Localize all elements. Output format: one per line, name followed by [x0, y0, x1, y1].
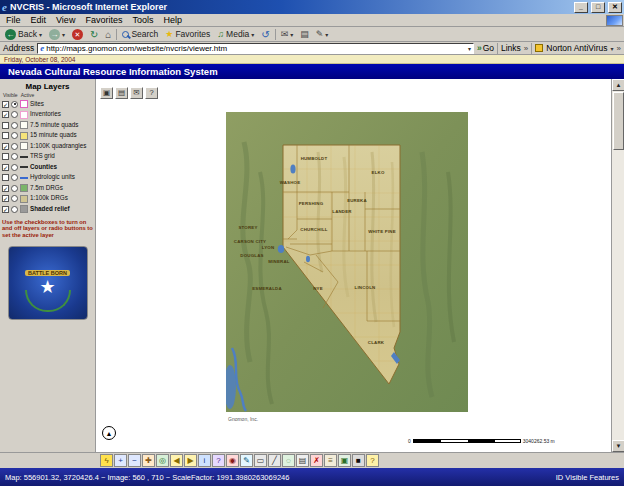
links-chevron-icon[interactable]: » [524, 44, 528, 53]
help-tool[interactable]: ? [366, 454, 379, 467]
identify-tool[interactable]: i [198, 454, 211, 467]
layer-label: Hydrologic units [30, 174, 75, 181]
zoom-previous-tool[interactable]: ◀ [170, 454, 183, 467]
active-tool-flash[interactable]: ϟ [100, 454, 113, 467]
layer-visible-checkbox[interactable]: ✓ [2, 206, 9, 213]
layer-active-radio[interactable] [11, 164, 18, 171]
refresh-button[interactable]: ↻ [88, 28, 100, 41]
address-dropdown-icon[interactable]: ▾ [468, 45, 471, 52]
print-icon[interactable]: ▤ [115, 87, 128, 99]
edit-button[interactable]: ✎▾ [314, 28, 331, 41]
pan-tool[interactable]: ✚ [142, 454, 155, 467]
menu-item-tools[interactable]: Tools [127, 15, 158, 25]
layer-visible-checkbox[interactable] [2, 132, 9, 139]
layer-active-radio[interactable] [11, 206, 18, 213]
layer-visible-checkbox[interactable]: ✓ [2, 185, 9, 192]
address-bar: Address e http://maps.gnomon.com/website… [0, 42, 624, 55]
select-rect-tool[interactable]: ▭ [254, 454, 267, 467]
measure-tool[interactable]: ✎ [240, 454, 253, 467]
layer-visible-checkbox[interactable] [2, 122, 9, 129]
zoom-in-tool[interactable]: + [114, 454, 127, 467]
layer-active-radio[interactable] [11, 185, 18, 192]
query-tool[interactable]: ? [212, 454, 225, 467]
layer-active-radio[interactable] [11, 143, 18, 150]
layer-visible-checkbox[interactable]: ✓ [2, 164, 9, 171]
full-extent-tool[interactable]: ◎ [156, 454, 169, 467]
forward-button[interactable]: → ▾ [47, 28, 67, 41]
layer-active-radio[interactable] [11, 111, 18, 118]
layer-visible-checkbox[interactable]: ✓ [2, 195, 9, 202]
norton-dropdown-icon[interactable]: ▾ [611, 45, 614, 52]
minimize-button[interactable]: _ [574, 2, 588, 13]
edit-dropdown-icon[interactable]: ▾ [325, 31, 328, 38]
county-label: PERSHING [299, 201, 324, 206]
stop-tool[interactable]: ■ [352, 454, 365, 467]
norton-label[interactable]: Norton AntiVirus [546, 43, 607, 53]
print-map-tool[interactable]: ▤ [296, 454, 309, 467]
layer-swatch-icon [20, 153, 28, 161]
save-icon[interactable]: ▣ [100, 87, 113, 99]
map-layers-sidebar: Map Layers Visible Active ✓Sites✓Invento… [0, 79, 96, 452]
media-dropdown-icon[interactable]: ▾ [251, 31, 254, 38]
back-button[interactable]: ← Back ▾ [3, 28, 44, 41]
layer-active-radio[interactable] [11, 153, 18, 160]
layer-active-radio[interactable] [11, 195, 18, 202]
layer-active-radio[interactable] [11, 122, 18, 129]
menu-item-edit[interactable]: Edit [26, 15, 52, 25]
nevada-map-image[interactable]: HUMBOLDTELKOWASHOEPERSHINGEUREKALANDERCH… [226, 112, 468, 412]
menu-item-favorites[interactable]: Favorites [80, 15, 127, 25]
zoom-next-tool[interactable]: ▶ [184, 454, 197, 467]
buffer-tool[interactable]: ◌ [282, 454, 295, 467]
scroll-down-icon[interactable]: ▼ [612, 440, 624, 452]
layer-active-radio[interactable] [11, 174, 18, 181]
home-button[interactable]: ⌂ [103, 28, 113, 41]
favorites-label: Favorites [175, 29, 210, 39]
layer-label: 7.5m DRGs [30, 185, 63, 192]
map-pane[interactable]: ▣▤✉? [96, 79, 611, 452]
scroll-up-icon[interactable]: ▲ [612, 79, 624, 91]
layer-visible-checkbox[interactable]: ✓ [2, 143, 9, 150]
layer-visible-checkbox[interactable] [2, 153, 9, 160]
address-input[interactable]: e http://maps.gnomon.com/website/nvcris/… [37, 43, 474, 54]
clear-selection-tool[interactable]: ✗ [310, 454, 323, 467]
zoom-out-tool[interactable]: − [128, 454, 141, 467]
go-button[interactable]: » Go [477, 43, 494, 53]
layer-visible-checkbox[interactable]: ✓ [2, 101, 9, 108]
legend-tool[interactable]: ≡ [324, 454, 337, 467]
layer-visible-checkbox[interactable]: ✓ [2, 111, 9, 118]
county-label: ELKO [372, 170, 385, 175]
media-button[interactable]: ♫ Media ▾ [215, 28, 256, 41]
windows-logo-icon [606, 15, 623, 26]
back-dropdown-icon[interactable]: ▾ [39, 31, 42, 38]
walker-lake [306, 256, 310, 262]
vertical-scrollbar[interactable]: ▲ ▼ [611, 79, 624, 452]
county-label: WHITE PINE [368, 229, 396, 234]
find-tool[interactable]: ◉ [226, 454, 239, 467]
forward-dropdown-icon[interactable]: ▾ [62, 31, 65, 38]
print-button[interactable]: ▤ [298, 28, 311, 41]
select-line-tool[interactable]: ╱ [268, 454, 281, 467]
mail-button[interactable]: ✉▾ [279, 28, 296, 41]
menu-item-file[interactable]: File [1, 15, 26, 25]
search-button[interactable]: Search [120, 28, 160, 41]
scrollbar-track[interactable] [612, 91, 624, 440]
mail-dropdown-icon[interactable]: ▾ [290, 31, 293, 38]
sidebar-instructions: Use the checkboxes to turn on and off la… [2, 219, 93, 240]
close-button[interactable]: ✕ [608, 2, 622, 13]
menu-item-view[interactable]: View [51, 15, 80, 25]
links-label[interactable]: Links [501, 43, 521, 53]
layer-swatch-icon [20, 111, 28, 119]
menu-item-help[interactable]: Help [158, 15, 187, 25]
layer-visible-checkbox[interactable] [2, 174, 9, 181]
maximize-button[interactable]: □ [591, 2, 605, 13]
scrollbar-thumb[interactable] [613, 92, 624, 150]
help-icon[interactable]: ? [145, 87, 158, 99]
favorites-button[interactable]: ★ Favorites [163, 28, 212, 41]
layer-active-radio[interactable] [11, 132, 18, 139]
overview-map-tool[interactable]: ▣ [338, 454, 351, 467]
email-icon[interactable]: ✉ [130, 87, 143, 99]
toolbar-chevron-icon[interactable]: » [617, 44, 621, 53]
history-button[interactable]: ↺ [259, 28, 271, 41]
layer-active-radio[interactable] [11, 101, 18, 108]
stop-button[interactable]: ✕ [70, 28, 85, 41]
